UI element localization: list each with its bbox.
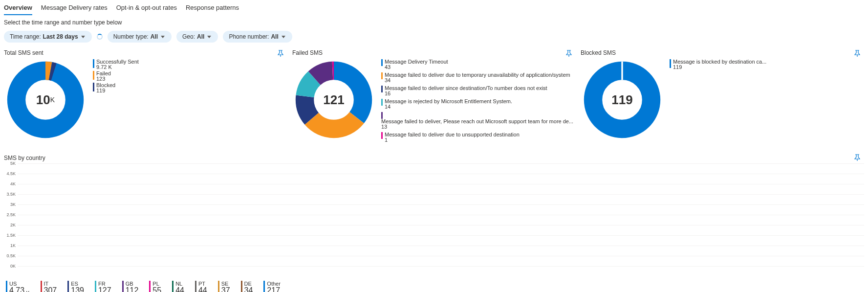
tab-overview[interactable]: Overview <box>4 4 32 15</box>
filter-phone-value: All <box>271 33 278 40</box>
legend-item: Successfully Sent9.72 K <box>93 59 139 70</box>
country-value: 55 <box>152 287 161 292</box>
loading-spinner-icon <box>97 34 103 40</box>
filter-number-type[interactable]: Number type: All <box>108 31 172 43</box>
country-summary-row: US4.73 KIT307ES139FR127GB112PL55NL44PT44… <box>6 281 864 292</box>
tab-response-patterns[interactable]: Response patterns <box>186 4 239 15</box>
country-summary-item: PT44 <box>195 281 207 292</box>
filter-ntype-value: All <box>151 33 158 40</box>
legend-label: Message failed to deliver, Please reach … <box>381 119 573 124</box>
legend-value: 9.72 K <box>96 65 139 70</box>
country-summary-item: SE37 <box>218 281 230 292</box>
chevron-down-icon <box>282 36 285 38</box>
country-value: 112 <box>126 287 139 292</box>
country-value: 127 <box>98 287 111 292</box>
donut-total: 10K <box>4 58 87 141</box>
donut-center-suffix: K <box>50 96 55 104</box>
country-summary-item: GB112 <box>122 281 139 292</box>
filter-time-range[interactable]: Time range: Last 28 days <box>4 31 92 43</box>
legend-value: 16 <box>385 91 547 96</box>
legend-item: Message is rejected by Microsoft Entitle… <box>381 99 576 110</box>
legend-value: 119 <box>96 88 115 93</box>
legend-blocked: Message is blocked by destination ca...1… <box>670 58 766 70</box>
pin-icon[interactable] <box>853 49 861 57</box>
legend-value: 123 <box>96 76 111 82</box>
legend-item: Blocked119 <box>93 83 139 93</box>
legend-value: 13 <box>381 124 573 130</box>
legend-item: Message is blocked by destination ca...1… <box>670 59 766 70</box>
legend-item: Message failed to deliver due to unsuppo… <box>381 132 576 143</box>
y-tick: 2.5K <box>6 212 16 217</box>
y-tick: 4.5K <box>6 171 16 176</box>
country-value: 217 <box>267 287 281 292</box>
country-summary-item: US4.73 K <box>6 281 30 292</box>
country-summary-item: FR127 <box>95 281 111 292</box>
donut-center-value: 121 <box>323 92 344 108</box>
country-summary-item: PL55 <box>149 281 161 292</box>
filter-phone-number[interactable]: Phone number: All <box>223 31 292 43</box>
filter-hint: Select the time range and number type be… <box>4 19 864 26</box>
y-tick: 0K <box>10 264 16 269</box>
y-tick: 1.5K <box>6 233 16 238</box>
country-summary-item: Other217 <box>263 281 281 292</box>
y-tick: 2K <box>10 223 16 227</box>
card-blocked-sms: Blocked SMS 119 Message is blocked by de… <box>581 49 864 141</box>
country-summary-item: DE34 <box>241 281 253 292</box>
country-value: 44 <box>175 287 184 292</box>
legend-value: 1 <box>385 137 520 143</box>
legend-label: Message failed to deliver due to unsuppo… <box>385 132 520 137</box>
filter-geo[interactable]: Geo: All <box>176 31 218 43</box>
country-summary-item: IT307 <box>41 281 57 292</box>
country-summary-item: NL44 <box>172 281 184 292</box>
filter-geo-value: All <box>197 33 204 40</box>
legend-label: Message is blocked by destination ca... <box>673 59 766 65</box>
legend-label: Message failed to deliver since destinat… <box>385 86 547 91</box>
section-title-text: SMS by country <box>4 155 45 161</box>
legend-item: Message failed to deliver due to tempora… <box>381 72 576 83</box>
section-sms-by-country: SMS by country <box>4 155 864 161</box>
legend-item: Message Delivery Timeout43 <box>381 59 576 70</box>
pin-icon[interactable] <box>277 49 284 57</box>
donut-center-value: 119 <box>611 92 632 108</box>
card-title: Blocked SMS <box>581 49 864 56</box>
chevron-down-icon <box>207 36 211 38</box>
filter-time-value: Last 28 days <box>43 33 78 40</box>
legend-value: 14 <box>385 104 512 110</box>
filter-time-label: Time range: <box>10 33 41 40</box>
y-tick: 3K <box>10 202 16 207</box>
chevron-down-icon <box>161 36 165 38</box>
legend-label: Message is rejected by Microsoft Entitle… <box>385 99 512 104</box>
donut-blocked: 119 <box>581 58 664 141</box>
tab-bar: OverviewMessage Delivery ratesOpt-in & o… <box>4 3 864 15</box>
legend-label: Message Delivery Timeout <box>385 59 448 65</box>
country-value: 139 <box>71 287 84 292</box>
filter-row: Time range: Last 28 days Number type: Al… <box>4 31 864 43</box>
y-tick: 3.5K <box>6 192 16 197</box>
pin-icon[interactable] <box>565 49 573 57</box>
country-summary-item: ES139 <box>67 281 84 292</box>
country-value: 44 <box>198 287 207 292</box>
legend-failed: Message Delivery Timeout43Message failed… <box>381 58 576 143</box>
y-tick: 4K <box>10 181 16 186</box>
legend-item: Message failed to deliver, Please reach … <box>381 112 576 130</box>
filter-ntype-label: Number type: <box>113 33 149 40</box>
legend-total: Successfully Sent9.72 KFailed123Blocked1… <box>93 58 139 93</box>
y-tick: 1K <box>10 243 16 248</box>
legend-value: 43 <box>385 65 448 70</box>
tab-message-delivery-rates[interactable]: Message Delivery rates <box>41 4 108 15</box>
donut-failed: 121 <box>292 58 375 141</box>
bar-chart-sms-by-country: 0K0.5K1K1.5K2K2.5K3K3.5K4K4.5K5K <box>4 163 864 266</box>
pin-icon[interactable] <box>853 154 861 161</box>
legend-item: Failed123 <box>93 71 139 82</box>
legend-label: Message failed to deliver due to tempora… <box>385 72 570 78</box>
cards-row: Total SMS sent 10K Successfully Sent9.72… <box>4 49 864 143</box>
legend-value: 34 <box>385 78 570 83</box>
card-title: Total SMS sent <box>4 49 287 56</box>
tab-opt-in-opt-out-rates[interactable]: Opt-in & opt-out rates <box>116 4 177 15</box>
filter-phone-label: Phone number: <box>229 33 269 40</box>
card-failed-sms: Failed SMS 121 Message Delivery Timeout4… <box>292 49 576 143</box>
y-tick: 0.5K <box>6 253 16 258</box>
country-value: 37 <box>221 287 230 292</box>
country-value: 4.73 K <box>9 287 30 292</box>
y-tick: 5K <box>10 161 16 166</box>
